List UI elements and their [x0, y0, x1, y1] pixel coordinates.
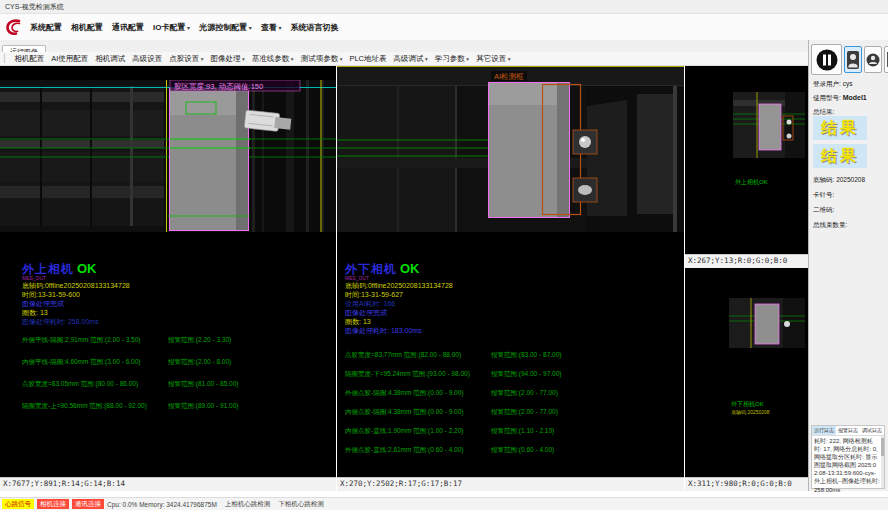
field-label: 卡针号:: [813, 191, 834, 198]
login-user-value: cys: [843, 80, 853, 87]
chevron-down-icon: ▾: [185, 25, 190, 31]
camera-image-upper[interactable]: 胶区宽度:93, 动态阈值:150: [0, 80, 336, 232]
turns-line: 圈数: 13: [22, 308, 336, 317]
measurement-text: 隔圈宽度-上=90.56mm 范围:(88.00 - 92.00): [22, 402, 168, 424]
result-badge-lower: 结果: [813, 144, 867, 168]
measurement-alarm: 报警范围:(0.60 - 4.00): [491, 446, 554, 465]
toolbar-item-7[interactable]: 测试项参数 ▾: [301, 54, 343, 64]
measurement-alarm: 报警范围:(2.00 - 77.00): [491, 408, 558, 427]
process-done-line: 图像处理完成: [345, 308, 665, 317]
chevron-down-icon: ▾: [241, 56, 245, 62]
pause-icon: [815, 48, 839, 72]
measurement-row: 外侧平线-隔圈:2.91mm 范围:(2.00 - 3.50)报警范围:(2.2…: [22, 336, 322, 358]
person-icon: [866, 53, 880, 67]
status-badges: 心跳信号相机连接通讯连接: [2, 499, 107, 509]
log-tab-0[interactable]: 运行日志: [812, 426, 836, 435]
camera-title-lower: 外下相机OK: [345, 262, 665, 275]
roi-label-lower: AI检测框: [494, 72, 524, 81]
pixel-statusbar-thumb-bottom: X:311;Y:980;R:0;G:0;B:0: [685, 477, 808, 491]
login-user-label: 登录用户:: [813, 80, 841, 87]
pixel-statusbar-upper: X:7677;Y:891;R:14;G:14;B:14: [0, 477, 336, 491]
toolbar-item-11[interactable]: 其它设置 ▾: [476, 54, 510, 64]
measurements-lower: 点胶宽度=83.77mm 范围:(82.00 - 88.00)报警范围:(83.…: [345, 351, 675, 465]
log-tab-1[interactable]: 报警日志: [836, 426, 860, 435]
sidebar-field-2: 二维码:: [813, 206, 834, 215]
elapsed-line: 图像处理耗时: 258.00ms: [22, 317, 336, 326]
pause-button[interactable]: [811, 44, 842, 75]
toolbar-item-8[interactable]: PLC地址表: [349, 54, 386, 64]
measurement-row: 隔圈宽度-上=90.56mm 范围:(88.00 - 92.00)报警范围:(8…: [22, 402, 322, 424]
toolbar-item-6[interactable]: 基准线参数 ▾: [252, 54, 294, 64]
status-badge-2: 通讯连接: [72, 499, 104, 509]
chevron-down-icon: ▾: [424, 56, 428, 62]
user-mode-button[interactable]: [844, 46, 862, 73]
model-value: Model1: [843, 94, 867, 101]
camera-panel-thumb-top: 外上相机OK X:267;Y:13;R:0;G:0;B:0: [685, 66, 808, 268]
overlay-upper: 外上相机OK MES_OUT 底轴码:0ffline20250208133134…: [22, 262, 336, 326]
measurement-alarm: 报警范围:(2.00 - 8.00): [168, 358, 231, 380]
toolbar-item-4[interactable]: 点胶设置 ▾: [169, 54, 203, 64]
result-ok-text: OK: [77, 261, 97, 276]
toolbar-item-9[interactable]: 高级调试 ▾: [394, 54, 428, 64]
menu-item-0[interactable]: 系统配置: [30, 22, 62, 33]
toolbar-item-0[interactable]: 相机配置: [14, 54, 44, 64]
camera-panel-lower: AI检测框 外下相机OK MES_OUT 底轴码:0ffline20250208…: [337, 66, 684, 491]
log-scrollbar[interactable]: [881, 436, 884, 488]
sidebar-buttons: [811, 44, 888, 75]
measurement-row: 内侧点胶-直线:1.90mm 范围:(1.00 - 2.20)报警范围:(1.1…: [345, 427, 675, 446]
camera-title-upper: 外上相机OK: [22, 262, 336, 275]
exit-button[interactable]: [884, 46, 888, 73]
menu-item-3[interactable]: IO卡配置 ▾: [153, 22, 190, 33]
toolbar-items: 相机配置AI使用配置相机调试高级设置点胶设置 ▾图像处理 ▾基准线参数 ▾测试项…: [14, 54, 517, 64]
elapsed-line: 图像处理耗时: 183.00ms: [345, 326, 665, 335]
measurement-text: 外侧点胶-直线:2.61mm 范围:(0.60 - 4.00): [345, 446, 491, 465]
field-value: 20250208: [836, 176, 865, 183]
toolbar-item-5[interactable]: 图像处理 ▾: [211, 54, 245, 64]
menu-item-2[interactable]: 通讯配置: [112, 22, 144, 33]
cpu-memory-text: Cpu: 0.0% Memory: 3424.41796875M: [107, 501, 217, 508]
measurement-text: 内侧平线-隔圈:4.60mm 范围:(3.00 - 6.00): [22, 358, 168, 380]
measurement-text: 外侧点胶-隔圈:4.38mm 范围:(0.00 - 9.00): [345, 389, 491, 408]
status-badge-1: 相机连接: [37, 499, 69, 509]
roi-label-upper: 胶区宽度:93, 动态阈值:150: [174, 82, 263, 91]
sidebar: 登录用户: cys 使用型号: Model1 总结果: 结果 结果 底轴码: 2…: [808, 40, 888, 491]
camera-panel-upper: 胶区宽度:93, 动态阈值:150 外上相机OK MES_OUT 底轴码:0ff…: [0, 66, 336, 491]
measurement-text: 内侧点胶-直线:1.90mm 范围:(1.00 - 2.20): [345, 427, 491, 446]
log-tab-2[interactable]: 调试日志: [860, 426, 884, 435]
camera-name: 外上相机: [22, 262, 74, 276]
menu-item-5[interactable]: 查看 ▾: [261, 22, 282, 33]
toolbar-item-10[interactable]: 学习参数 ▾: [435, 54, 469, 64]
toolbar-item-3[interactable]: 高级设置: [132, 54, 162, 64]
camera-panel-thumb-bottom: 外下相机OK 底轴码:20250208 X:311;Y:980;R:0;G:0;…: [685, 268, 808, 491]
turns-line: 圈数: 13: [345, 317, 665, 326]
menu-item-4[interactable]: 光源控制配置 ▾: [199, 22, 252, 33]
process-done-line: 图像处理完成: [22, 299, 336, 308]
camera-image-lower[interactable]: AI检测框: [337, 66, 684, 232]
measurement-row: 内侧平线-隔圈:4.60mm 范围:(3.00 - 6.00)报警范围:(2.0…: [22, 358, 322, 380]
menu-item-1[interactable]: 相机配置: [71, 22, 103, 33]
thumb-label-top: 外上相机OK: [735, 178, 768, 187]
application-window: CYS-视觉检测系统 系统配置相机配置通讯配置IO卡配置 ▾光源控制配置 ▾查看…: [0, 0, 888, 522]
toolbar-item-1[interactable]: AI使用配置: [51, 54, 88, 64]
operator-button[interactable]: [864, 46, 882, 73]
chevron-down-icon: ▾: [199, 56, 203, 62]
result-badge-upper: 结果: [813, 116, 867, 140]
measurement-text: 点胶宽度=83.05mm 范围:(80.00 - 86.00): [22, 380, 168, 402]
menu-item-6[interactable]: 系统语言切换: [291, 22, 339, 33]
app-logo-icon: [4, 17, 24, 37]
serial-line: 底轴码:0ffline20250208133134728: [22, 281, 336, 290]
camera-thumbnail-top[interactable]: [733, 92, 805, 158]
log-text: 耗时: 222, 网络检测耗时: 17, 网络分息耗时: 0, 网络提取分区耗时…: [812, 436, 884, 495]
serial-line: 底轴码:0ffline20250208133134728: [345, 281, 665, 290]
camera-thumbnail-bottom[interactable]: [729, 298, 805, 348]
camera-name: 外下相机: [345, 262, 397, 276]
model-label: 使用型号:: [813, 94, 841, 101]
measurement-text: 外侧平线-隔圈:2.91mm 范围:(2.00 - 3.50): [22, 336, 168, 358]
status-badge-0: 心跳信号: [2, 499, 34, 509]
toolbar-item-2[interactable]: 相机调试: [95, 54, 125, 64]
measurement-alarm: 报警范围:(2.00 - 77.00): [491, 389, 558, 408]
measurement-row: 点胶宽度=83.77mm 范围:(82.00 - 88.00)报警范围:(83.…: [345, 351, 675, 370]
measurement-row: 外侧点胶-直线:2.61mm 范围:(0.60 - 4.00)报警范围:(0.6…: [345, 446, 675, 465]
measurement-row: 内侧点胶-隔圈:4.38mm 范围:(0.00 - 9.00)报警范围:(2.0…: [345, 408, 675, 427]
chevron-down-icon: ▾: [338, 56, 342, 62]
